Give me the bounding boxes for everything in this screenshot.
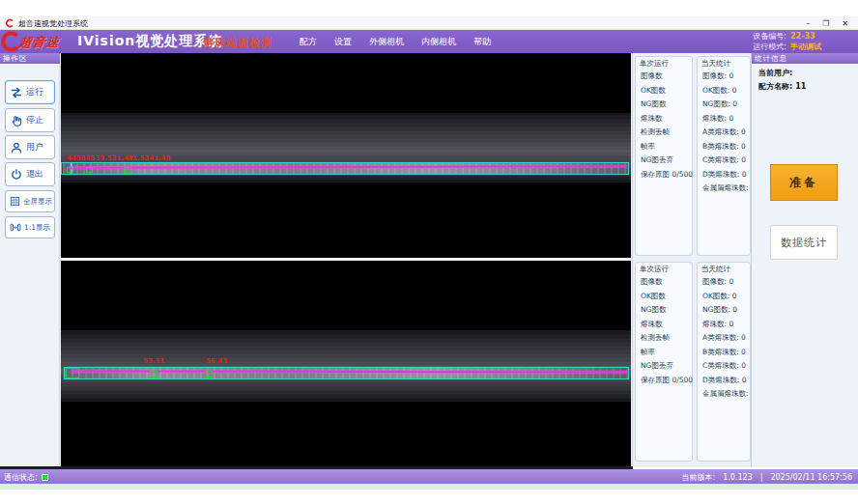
single-run-stats-panel-1: 单次运行 图像数 OK图数 NG图数 熔珠数 检测丢帧 帧率 NG图丢弃 保存原… [635, 56, 693, 256]
groupbox-title: 当天统计 [701, 59, 730, 69]
stat-row: A类熔珠数: 0 [702, 126, 756, 140]
window-titlebar: 超音速视觉处理系统 – ❐ ✕ [0, 16, 858, 30]
loop-icon [10, 86, 23, 99]
stat-row: NG图数: 0 [702, 98, 756, 112]
minimize-button[interactable]: – [806, 19, 810, 28]
stat-row: NG图丢弃 [641, 154, 693, 168]
version-label: 当前版本: [681, 472, 715, 483]
power-icon [10, 168, 23, 182]
user-button[interactable]: 用户 [5, 135, 55, 159]
datetime: 2025/02/11 16:57:56 [770, 473, 852, 482]
detection-region-box [64, 367, 629, 379]
recipe-name-label: 配方名称: [758, 82, 792, 91]
menu-item-inner-camera[interactable]: 内侧相机 [417, 34, 460, 50]
stat-row: 图像数 [641, 70, 693, 84]
operation-sidebar: 操作区 运行 停止 用户 退出 [0, 53, 60, 467]
single-run-stats-panel-2: 单次运行 图像数 OK图数 NG图数 熔珠数 检测丢帧 帧率 NG图丢弃 保存原… [635, 262, 693, 462]
grid-icon [10, 196, 20, 207]
run-button[interactable]: 运行 [5, 80, 55, 104]
stat-row: 图像数: 0 [702, 275, 756, 290]
stat-row: 金属屑熔珠数: 0 [702, 387, 756, 402]
defect-box [150, 371, 157, 378]
data-statistics-button[interactable]: 数据统计 [770, 225, 838, 260]
stat-row: OK图数: 0 [702, 290, 756, 304]
window-title: 超音速视觉处理系统 [18, 18, 88, 29]
one-to-one-button[interactable]: 1:1显示 [5, 216, 55, 238]
defect-box [124, 167, 131, 173]
stat-row: 熔珠数 [641, 112, 693, 126]
version-value: 1.0.123 [723, 473, 753, 482]
fullscreen-button-label: 全屏显示 [23, 197, 52, 207]
stat-row: 检测丢帧 [641, 331, 693, 346]
hand-icon [10, 114, 23, 127]
inner-camera-viewport: 53.11 56.43 [61, 261, 631, 468]
stat-row: OK图数 [641, 290, 693, 304]
restore-button[interactable]: ❐ [822, 19, 829, 28]
one-to-one-icon [10, 222, 21, 233]
prepare-button[interactable]: 准备 [770, 164, 838, 201]
stat-row: OK图数 [641, 84, 693, 98]
daily-stats-panel-2: 当天统计 图像数: 0 OK图数: 0 NG图数: 0 熔珠数: 0 A类熔珠数… [697, 262, 751, 462]
groupbox-title: 单次运行 [640, 265, 669, 274]
measurement-annotation: 31.5341.49 [128, 154, 170, 162]
exit-button[interactable]: 退出 [5, 162, 55, 186]
run-button-label: 运行 [26, 86, 43, 98]
menu-item-recipe[interactable]: 配方 [296, 34, 321, 50]
status-separator: | [760, 473, 763, 482]
main-content: 操作区 运行 停止 用户 退出 [0, 53, 858, 467]
stat-row: 金属屑熔珠数: 0 [702, 182, 756, 196]
defect-box [206, 371, 213, 378]
fullscreen-button[interactable]: 全屏显示 [5, 190, 55, 212]
stat-row: A类熔珠数: 0 [702, 331, 756, 346]
stat-row: 熔珠数 [641, 318, 693, 332]
brand-swoosh-icon [1, 30, 18, 53]
user-icon [10, 141, 23, 154]
stop-button-label: 停止 [26, 114, 43, 126]
stat-row: 熔珠数: 0 [702, 318, 756, 332]
comm-status-indicator [42, 474, 48, 481]
stat-row: 检测丢帧 [641, 126, 693, 140]
window-bottom-edge [0, 484, 858, 490]
defect-box [66, 368, 79, 378]
measurement-annotation: 53.11 [143, 357, 164, 365]
stat-row: B类熔珠数: 0 [702, 346, 756, 360]
status-bar: 通信状态: 当前版本: 1.0.123 | 2025/02/11 16:57:5… [0, 469, 858, 484]
menu-item-outer-camera[interactable]: 外侧相机 [365, 34, 408, 50]
daily-stats-panel-1: 当天统计 图像数: 0 OK图数: 0 NG图数: 0 熔珠数: 0 A类熔珠数… [697, 56, 751, 256]
stat-row: 保存原图 0/500 [641, 168, 693, 182]
one-to-one-button-label: 1:1显示 [24, 223, 50, 233]
groupbox-title: 单次运行 [640, 59, 669, 69]
stat-row: 图像数 [641, 275, 693, 290]
defect-box [86, 167, 93, 173]
stat-row: NG图数 [641, 98, 693, 112]
stat-row: 图像数: 0 [702, 70, 756, 84]
stat-row: NG图数: 0 [702, 303, 756, 318]
defect-box [67, 167, 73, 173]
brand-logo-text: 超音速 [17, 34, 61, 51]
stat-row: 帧率 [641, 346, 693, 360]
device-number-label: 设备编号: [753, 31, 786, 42]
run-mode-value: 手动调试 [790, 42, 831, 52]
divider [632, 53, 633, 467]
camera-image [61, 330, 631, 402]
main-menu: 配方 设置 外侧相机 内侧相机 帮助 [296, 30, 495, 53]
stat-row: 保存原图 0/500 [641, 374, 693, 388]
stat-row: B类熔珠数: 0 [702, 140, 756, 154]
stat-row: C类熔珠数: 0 [702, 359, 756, 374]
groupbox-title: 当天统计 [701, 265, 730, 274]
outer-camera-viewport: 44988539.531.49 31.5341.49 [61, 53, 631, 258]
stat-row: OK图数: 0 [702, 84, 756, 98]
run-mode-label: 运行模式: [753, 42, 786, 52]
menu-item-help[interactable]: 帮助 [470, 34, 495, 50]
close-button[interactable]: ✕ [842, 19, 848, 28]
menu-item-settings[interactable]: 设置 [330, 34, 356, 50]
recipe-name-value: 11 [795, 82, 806, 91]
device-number-value: 22-33 [790, 31, 831, 42]
info-panel: 统计信息 当前用户: 配方名称:11 准备 数据统计 [752, 53, 858, 467]
app-title: IVision视觉处理系统 [77, 33, 222, 50]
app-header: 超音速 IVision视觉处理系统 熔珠端面检测 配方 设置 外侧相机 内侧相机… [0, 30, 858, 53]
stop-button[interactable]: 停止 [5, 108, 55, 132]
app-logo-icon [5, 18, 14, 28]
current-user-label: 当前用户: [758, 69, 792, 77]
measurement-annotation: 56.43 [206, 357, 227, 365]
